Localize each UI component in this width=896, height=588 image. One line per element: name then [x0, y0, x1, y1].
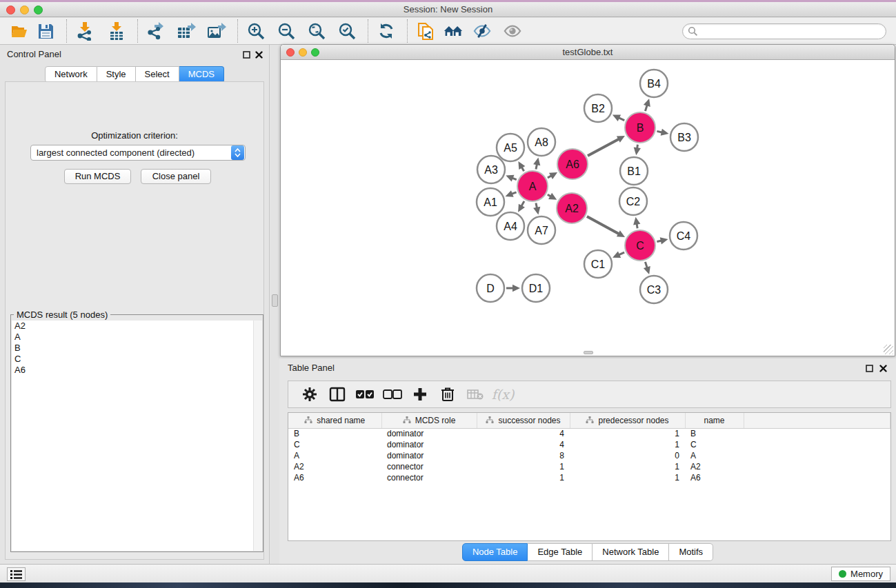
- zoom-selected-icon[interactable]: [337, 21, 357, 41]
- graph-edge-D-D1[interactable]: [506, 285, 520, 292]
- unselect-all-columns-icon[interactable]: [382, 385, 403, 403]
- column-header-name[interactable]: name: [685, 413, 744, 428]
- close-table-panel-icon[interactable]: [878, 363, 888, 373]
- import-network-icon[interactable]: [75, 21, 94, 41]
- graph-node-A4[interactable]: A4: [497, 212, 524, 240]
- result-list-item[interactable]: A: [12, 332, 262, 343]
- graph-node-C[interactable]: C: [625, 230, 655, 261]
- graph-node-A6[interactable]: A6: [557, 149, 588, 179]
- graph-edge-A-A7[interactable]: [533, 203, 540, 214]
- duplicate-network-icon[interactable]: [416, 21, 435, 41]
- graph-edge-C-C4[interactable]: [657, 237, 668, 244]
- graph-edge-B-B2[interactable]: [613, 114, 624, 121]
- graph-node-A3[interactable]: A3: [477, 156, 505, 183]
- export-image-icon[interactable]: [207, 21, 226, 41]
- memory-button[interactable]: Memory: [831, 567, 890, 581]
- tab-network-table[interactable]: Network Table: [593, 543, 669, 561]
- result-list-item[interactable]: A6: [12, 365, 262, 376]
- table-row[interactable]: Cdominator41C: [288, 439, 890, 450]
- graph-node-C2[interactable]: C2: [619, 187, 647, 215]
- graph-edge-A-A2[interactable]: [548, 193, 557, 200]
- graph-edge-C-C3[interactable]: [644, 262, 650, 274]
- column-header-shared-name[interactable]: shared name: [288, 413, 381, 428]
- function-builder-icon[interactable]: f(x): [492, 385, 513, 403]
- graph-node-C4[interactable]: C4: [670, 222, 697, 250]
- tab-select[interactable]: Select: [136, 66, 179, 83]
- table-row[interactable]: A6connector11A6: [288, 472, 890, 483]
- window-resize-grip[interactable]: [884, 345, 893, 354]
- zoom-in-icon[interactable]: [246, 21, 266, 41]
- result-list-item[interactable]: A2: [12, 321, 262, 332]
- network-window-titlebar[interactable]: testGlobe.txt: [281, 45, 895, 60]
- graph-edge-A-A1[interactable]: [506, 190, 517, 197]
- tab-style[interactable]: Style: [97, 66, 136, 83]
- graph-node-B3[interactable]: B3: [670, 123, 698, 151]
- result-list-item[interactable]: C: [12, 354, 262, 365]
- zoom-out-icon[interactable]: [277, 21, 296, 41]
- float-table-panel-icon[interactable]: [864, 363, 874, 373]
- delete-table-icon[interactable]: [465, 385, 486, 403]
- close-panel-button[interactable]: Close panel: [141, 169, 211, 184]
- tab-network[interactable]: Network: [45, 66, 97, 83]
- show-panel-eye-icon[interactable]: [503, 21, 522, 41]
- tab-motifs[interactable]: Motifs: [669, 543, 713, 561]
- column-header-successor-nodes[interactable]: successor nodes: [477, 413, 570, 428]
- graph-node-C1[interactable]: C1: [584, 250, 612, 278]
- tab-edge-table[interactable]: Edge Table: [528, 543, 593, 561]
- graph-node-A8[interactable]: A8: [528, 128, 555, 156]
- graph-edge-B-B3[interactable]: [657, 129, 668, 136]
- graph-edge-C-C2[interactable]: [633, 217, 640, 229]
- graph-node-C3[interactable]: C3: [640, 276, 668, 303]
- open-file-icon[interactable]: [10, 21, 29, 41]
- graph-edge-C-C1[interactable]: [613, 251, 624, 258]
- result-scrollbar[interactable]: [253, 321, 262, 551]
- splitter-thumb[interactable]: [272, 294, 278, 307]
- show-columns-icon[interactable]: [327, 385, 348, 403]
- graph-node-A1[interactable]: A1: [477, 188, 504, 216]
- graph-node-B[interactable]: B: [625, 112, 655, 143]
- create-column-icon[interactable]: [410, 385, 430, 403]
- save-session-icon[interactable]: [36, 21, 55, 41]
- table-row[interactable]: Adominator80A: [288, 450, 890, 461]
- graph-edge-A-A5[interactable]: [518, 161, 525, 171]
- settings-gear-icon[interactable]: [299, 385, 320, 403]
- close-panel-icon[interactable]: [254, 50, 263, 59]
- run-mcds-button[interactable]: Run MCDS: [64, 169, 131, 184]
- delete-columns-icon[interactable]: [437, 385, 458, 403]
- export-table-icon[interactable]: [177, 21, 196, 41]
- graph-edge-A-A3[interactable]: [506, 175, 516, 182]
- graph-node-A5[interactable]: A5: [497, 134, 524, 161]
- zoom-fit-icon[interactable]: [307, 21, 326, 41]
- graph-edge-A-A6[interactable]: [548, 172, 557, 179]
- panel-splitter[interactable]: [270, 45, 280, 564]
- graph-edge-A-A8[interactable]: [533, 158, 540, 170]
- graph-node-A2[interactable]: A2: [557, 193, 587, 223]
- graph-node-A[interactable]: A: [517, 171, 548, 201]
- column-header-MCDS-role[interactable]: MCDS role: [381, 413, 477, 428]
- graph-node-B4[interactable]: B4: [640, 70, 668, 97]
- tab-mcds[interactable]: MCDS: [179, 66, 224, 83]
- graph-edge-A6-B[interactable]: [588, 136, 625, 156]
- graph-edge-B-B4[interactable]: [644, 99, 650, 111]
- mcds-result-list[interactable]: A2ABCA6: [12, 321, 262, 551]
- graph-edge-A-A4[interactable]: [518, 201, 525, 212]
- select-all-columns-icon[interactable]: [355, 385, 375, 403]
- column-header-predecessor-nodes[interactable]: predecessor nodes: [570, 413, 685, 428]
- table-row[interactable]: Bdominator41B: [288, 428, 890, 439]
- graph-node-D1[interactable]: D1: [522, 274, 550, 302]
- main-titlebar[interactable]: Session: New Session: [0, 2, 896, 17]
- graph-node-B2[interactable]: B2: [584, 94, 612, 122]
- graph-node-A7[interactable]: A7: [528, 216, 555, 244]
- hide-panel-eye-slash-icon[interactable]: [472, 21, 492, 41]
- tab-node-table[interactable]: Node Table: [462, 543, 528, 561]
- criterion-dropdown[interactable]: largest connected component (directed): [30, 145, 246, 161]
- export-network-icon[interactable]: [146, 21, 166, 41]
- import-table-icon[interactable]: [107, 21, 126, 41]
- result-list-item[interactable]: B: [12, 343, 262, 354]
- graph-edge-B-B1[interactable]: [634, 145, 641, 155]
- graph-edge-A2-C[interactable]: [587, 216, 625, 237]
- table-row[interactable]: A2connector11A2: [288, 461, 890, 472]
- search-input[interactable]: [682, 23, 886, 39]
- task-history-button[interactable]: [7, 567, 26, 581]
- graph-node-B1[interactable]: B1: [620, 157, 648, 185]
